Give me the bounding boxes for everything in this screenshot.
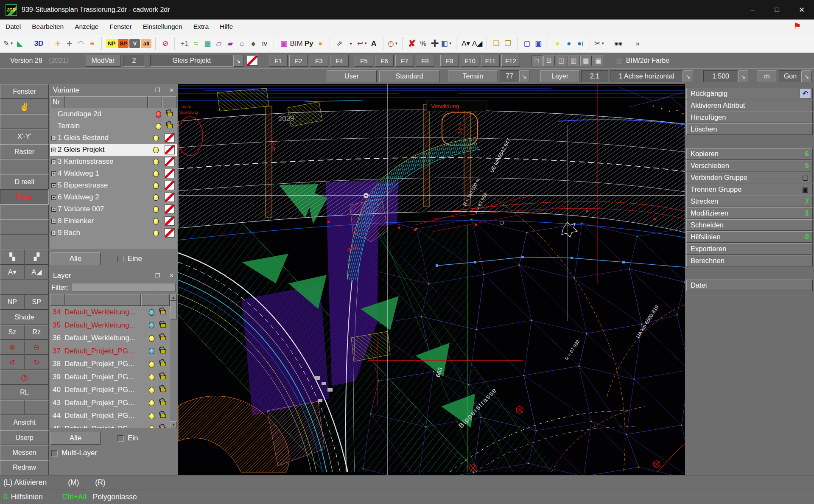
fkey-f4[interactable]: F4 [330, 55, 349, 67]
zoom-out-icon[interactable]: ⊖ [25, 340, 49, 355]
expand-icon[interactable]: + [51, 219, 56, 224]
snap-off-icon[interactable]: ⊘ [160, 38, 171, 50]
variant-color-swatch[interactable] [247, 56, 258, 66]
np-badge-icon[interactable]: NP [106, 39, 117, 48]
layout-single-icon[interactable]: □ [531, 56, 543, 66]
layer-float-icon[interactable]: ❐ [155, 272, 160, 279]
text-height-icon[interactable]: A▾ [461, 38, 471, 50]
terrain-dropdown-icon[interactable]: ↘ [519, 70, 529, 82]
scale-dropdown-icon[interactable]: ↘ [738, 70, 748, 82]
copy-attr-icon[interactable]: ❏ [491, 38, 502, 50]
loeschen-button[interactable]: Löschen [686, 123, 813, 135]
variant-swatch[interactable] [165, 228, 175, 238]
layer-filter-input[interactable] [72, 283, 176, 292]
expand-icon[interactable]: + [51, 171, 56, 176]
visibility-bulb-icon[interactable] [149, 400, 154, 406]
bulb-info-icon[interactable]: ●i [575, 38, 586, 50]
layer-row[interactable]: 38Default_Projekt_PG... [50, 358, 170, 371]
contrast-b-icon[interactable]: ▞ [25, 249, 49, 264]
text-style-icon[interactable]: A◢ [472, 38, 483, 50]
blank-a[interactable] [0, 400, 25, 415]
fkey-f9[interactable]: F9 [440, 55, 459, 67]
variante-alle-button[interactable]: Alle [50, 252, 101, 265]
menu-einstellungen[interactable]: Einstellungen [137, 20, 188, 34]
variante-eine-checkbox[interactable] [117, 256, 124, 262]
variant-dropdown-icon[interactable]: ↘ [233, 55, 243, 67]
visibility-bulb-icon[interactable] [149, 335, 154, 342]
visibility-bulb-icon[interactable] [149, 361, 154, 367]
visibility-bulb-icon[interactable] [153, 218, 159, 224]
bim-checkbox[interactable] [616, 58, 622, 64]
trennen-gruppe-button[interactable]: Trennen Gruppe▣ [686, 184, 813, 195]
v-badge-icon[interactable]: V [129, 39, 140, 48]
freehand-draw-icon[interactable]: ✎▼ [3, 38, 14, 50]
layer-scrollbar[interactable]: ▲ ▼ [170, 294, 177, 428]
layer-row[interactable]: 44Default_Projekt_PG... [50, 409, 170, 423]
axis-cross-icon[interactable]: + [53, 38, 63, 50]
polygon-fill-icon[interactable]: ▰ [225, 38, 235, 50]
visibility-bulb-icon[interactable] [149, 413, 154, 419]
group-icon[interactable]: ▢ [800, 173, 811, 182]
layout-cols-icon[interactable]: ▥ [568, 56, 579, 66]
terrain-button[interactable]: Terrain [448, 70, 498, 82]
hilfslinien-button[interactable]: Hilfslinien0 [686, 231, 813, 243]
angle-dropdown-icon[interactable]: ↘ [802, 70, 812, 82]
tree-icon[interactable]: ♠ [248, 38, 258, 50]
visibility-bulb-icon[interactable] [153, 194, 159, 201]
freehand-draw-icon-dropdown[interactable]: ▼ [10, 42, 14, 45]
zoom-previous-icon[interactable]: ◷ [0, 370, 49, 385]
axis-combo[interactable]: 1 Achse horizontal ↘ [610, 70, 693, 82]
lock-icon[interactable] [160, 349, 166, 353]
layer-row[interactable]: 36Default_Werkleitung... [50, 332, 170, 345]
visibility-bulb-icon[interactable] [149, 309, 154, 316]
variant-swatch[interactable] [165, 204, 175, 214]
menu-extra[interactable]: Extra [188, 20, 214, 34]
fkey-f6[interactable]: F6 [375, 55, 394, 67]
d-reell-button[interactable]: D reell [0, 174, 49, 189]
variante-row[interactable]: +6 Waldweg 2 [50, 191, 177, 203]
verbinden-gruppe-button[interactable]: Verbinden Gruppe▢ [686, 172, 813, 183]
schneiden-button[interactable]: Schneiden [686, 219, 813, 231]
terrain-icon[interactable]: ◣ [14, 38, 25, 50]
all-badge-icon[interactable]: all [141, 39, 151, 48]
3d-icon[interactable]: 3D [34, 38, 44, 50]
standard-button[interactable]: Standard [379, 70, 439, 82]
fkey-f3[interactable]: F3 [310, 55, 328, 67]
cut-icon-dropdown[interactable]: ▼ [601, 42, 604, 45]
redraw-button[interactable]: Redraw [0, 460, 49, 475]
visibility-bulb-icon[interactable] [149, 322, 154, 328]
sp-badge-icon[interactable]: SP [118, 39, 129, 48]
variant-swatch[interactable] [165, 216, 175, 226]
variant-combo[interactable]: Gleis Projekt ↘ [150, 55, 243, 67]
layer-row[interactable]: 43Default_Projekt_PG... [50, 397, 170, 410]
minimize-button[interactable]: – [740, 0, 765, 20]
rotate-right-icon[interactable]: ↻ [25, 355, 49, 370]
expand-icon[interactable]: + [51, 160, 56, 164]
overflow-icon[interactable]: » [632, 38, 643, 50]
layer-ein-checkbox[interactable] [117, 435, 124, 442]
variant-value[interactable]: Gleis Projekt [150, 55, 233, 67]
mirror-icon[interactable]: ◧▼ [441, 38, 452, 50]
lock-icon[interactable] [160, 323, 166, 328]
lock-icon[interactable] [160, 336, 166, 340]
text-bigger-icon[interactable]: A◢ [25, 265, 49, 280]
axis-value[interactable]: 1 Achse horizontal [610, 70, 683, 82]
drawing-canvas[interactable]: 2029 Verwildung 30 70 Verwildung 3.0 % 3… [178, 84, 685, 475]
iv-icon[interactable]: iv [259, 38, 270, 50]
modifizieren-button[interactable]: Modifizieren1 [686, 207, 813, 219]
search-binoculars-icon[interactable]: ◉◉ [613, 38, 624, 50]
lock-icon[interactable] [160, 414, 166, 418]
variante-close-icon[interactable]: ✕ [169, 87, 174, 93]
rotate-icon[interactable]: ↩▼ [357, 38, 368, 50]
variant-swatch[interactable] [165, 169, 175, 178]
scale-combo[interactable]: 1:500 ↘ [703, 70, 748, 82]
kopieren-button[interactable]: Kopieren6 [686, 148, 813, 160]
visibility-bulb-icon[interactable] [153, 147, 159, 153]
hatch-lines-icon[interactable]: ≡ [87, 38, 98, 50]
layout-hsplit-icon[interactable]: ⊟ [543, 56, 555, 66]
contrast-a-icon[interactable]: ▚ [0, 249, 25, 264]
variant-swatch[interactable] [165, 193, 175, 202]
visibility-bulb-icon[interactable] [153, 135, 159, 141]
sp-button[interactable]: SP [25, 295, 49, 310]
angle-value[interactable]: Gon [779, 70, 802, 82]
